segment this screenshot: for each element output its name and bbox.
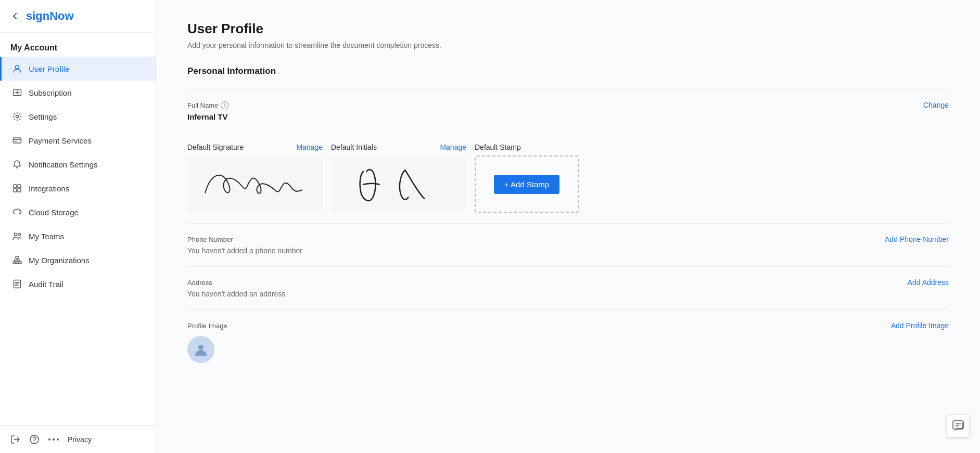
sidebar-label-integrations: Integrations	[29, 184, 69, 193]
sidebar-item-user-profile[interactable]: User Profile	[0, 57, 156, 81]
default-signature-box: Default Signature Manage	[187, 143, 323, 213]
phone-number-header: Phone Number Add Phone Number	[187, 235, 949, 243]
sidebar-item-subscription[interactable]: Subscription	[0, 81, 156, 105]
default-stamp-header: Default Stamp	[475, 143, 579, 151]
chat-icon	[952, 420, 964, 432]
svg-point-19	[53, 438, 55, 441]
sidebar-label-user-profile: User Profile	[29, 64, 69, 73]
personal-info-section-title: Personal Information	[187, 66, 949, 79]
sidebar-header: signNow	[0, 0, 156, 33]
full-name-value: Infernal TV	[187, 112, 949, 121]
stamp-canvas: + Add Stamp	[475, 156, 579, 213]
sidebar-label-my-organizations: My Organizations	[29, 256, 90, 265]
cloud-icon	[12, 207, 22, 217]
svg-point-2	[16, 115, 19, 118]
svg-rect-6	[18, 185, 21, 188]
initials-canvas	[331, 156, 466, 213]
svg-rect-7	[14, 189, 17, 192]
full-name-info-icon[interactable]: i	[221, 101, 228, 109]
sidebar-footer: Privacy	[0, 425, 156, 453]
manage-signature-link[interactable]: Manage	[296, 143, 323, 151]
sidebar-label-my-teams: My Teams	[29, 232, 64, 241]
profile-image-header: Profile Image Add Profile Image	[187, 321, 949, 330]
svg-rect-8	[18, 189, 21, 192]
address-empty-value: You haven't added an address	[187, 290, 949, 298]
sidebar-item-cloud-storage[interactable]: Cloud Storage	[0, 200, 156, 224]
default-stamp-box: Default Stamp + Add Stamp	[475, 143, 579, 213]
audit-icon	[12, 279, 22, 289]
sidebar: signNow My Account User Profile Su	[0, 0, 156, 453]
teams-icon	[12, 231, 22, 241]
address-row: Address Add Address You haven't added an…	[187, 266, 949, 309]
sidebar-label-subscription: Subscription	[29, 88, 72, 97]
sidebar-item-settings[interactable]: Settings	[0, 105, 156, 128]
default-initials-label: Default Initials	[331, 143, 377, 151]
sidebar-nav: User Profile Subscription Settings	[0, 57, 156, 425]
svg-point-18	[48, 438, 50, 441]
bell-icon	[12, 159, 22, 170]
dollar-icon	[12, 87, 22, 98]
full-name-header: Full Name i Change	[187, 101, 949, 109]
full-name-label: Full Name i	[187, 101, 228, 109]
svg-rect-22	[953, 421, 963, 429]
profile-image-row: Profile Image Add Profile Image	[187, 309, 949, 374]
sidebar-item-audit-trail[interactable]: Audit Trail	[0, 272, 156, 296]
svg-point-10	[18, 234, 21, 236]
signatures-row: Default Signature Manage Default Initial…	[187, 143, 949, 213]
sidebar-item-my-teams[interactable]: My Teams	[0, 224, 156, 248]
back-button[interactable]	[10, 11, 20, 21]
address-header: Address Add Address	[187, 278, 949, 287]
app-logo: signNow	[26, 9, 74, 23]
default-stamp-label: Default Stamp	[475, 143, 521, 151]
sidebar-item-payment-services[interactable]: Payment Services	[0, 128, 156, 152]
org-icon	[12, 255, 22, 265]
page-title: User Profile	[187, 21, 949, 37]
sidebar-item-notification-settings[interactable]: Notification Settings	[0, 152, 156, 176]
page-subtitle: Add your personal information to streaml…	[187, 41, 949, 49]
person-icon	[12, 63, 22, 74]
avatar-icon	[193, 342, 209, 357]
address-label: Address	[187, 279, 212, 287]
initials-svg	[338, 159, 460, 210]
avatar	[187, 336, 214, 363]
svg-point-17	[34, 442, 35, 443]
main-content: User Profile Add your personal informati…	[156, 0, 980, 453]
manage-initials-link[interactable]: Manage	[440, 143, 466, 151]
svg-rect-4	[15, 141, 17, 142]
credit-card-icon	[12, 135, 22, 146]
svg-rect-3	[14, 138, 21, 143]
signature-canvas	[187, 156, 323, 213]
signature-svg	[194, 159, 316, 210]
add-profile-image-link[interactable]: Add Profile Image	[891, 321, 949, 330]
logout-button[interactable]	[10, 434, 21, 445]
svg-point-9	[15, 234, 17, 236]
svg-point-20	[57, 438, 59, 441]
default-initials-box: Default Initials Manage	[331, 143, 466, 213]
phone-number-row: Phone Number Add Phone Number You haven'…	[187, 223, 949, 266]
sidebar-item-integrations[interactable]: Integrations	[0, 176, 156, 200]
default-signature-label: Default Signature	[187, 143, 244, 151]
chat-button[interactable]	[947, 415, 970, 437]
add-stamp-button[interactable]: + Add Stamp	[494, 175, 559, 194]
svg-point-0	[16, 66, 19, 69]
sidebar-section-title: My Account	[0, 33, 156, 57]
help-button[interactable]	[29, 434, 40, 445]
change-name-link[interactable]: Change	[923, 101, 949, 109]
svg-rect-5	[14, 185, 17, 188]
default-signature-header: Default Signature Manage	[187, 143, 323, 151]
full-name-row: Full Name i Change Infernal TV	[187, 89, 949, 133]
sidebar-item-my-organizations[interactable]: My Organizations	[0, 248, 156, 272]
sidebar-label-notification-settings: Notification Settings	[29, 160, 98, 169]
sidebar-label-cloud-storage: Cloud Storage	[29, 208, 79, 217]
phone-empty-value: You haven't added a phone number	[187, 247, 949, 255]
privacy-link[interactable]: Privacy	[68, 435, 92, 444]
default-initials-header: Default Initials Manage	[331, 143, 466, 151]
sidebar-label-settings: Settings	[29, 112, 57, 121]
profile-image-label: Profile Image	[187, 322, 227, 330]
back-icon	[10, 11, 20, 21]
gear-icon	[12, 111, 22, 122]
add-address-link[interactable]: Add Address	[908, 278, 949, 287]
add-phone-link[interactable]: Add Phone Number	[885, 235, 949, 243]
more-button[interactable]	[48, 438, 59, 441]
svg-point-21	[198, 345, 203, 350]
